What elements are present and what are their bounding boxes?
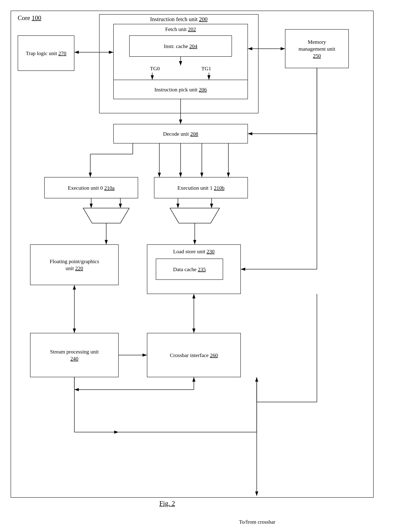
fig-label: Fig. 2 bbox=[159, 500, 175, 507]
trap-text: Trap logic unit bbox=[26, 50, 58, 56]
ls-num: 230 bbox=[207, 248, 215, 254]
tg1-label: TG1 bbox=[201, 65, 211, 71]
stream-label: Stream processing unit 240 bbox=[50, 348, 99, 362]
core-text: Core bbox=[18, 14, 32, 21]
exec0-label: Execution unit 0 210a bbox=[68, 184, 114, 191]
crossbar-num: 260 bbox=[210, 352, 218, 358]
tg-labels: TG0 TG1 bbox=[129, 65, 232, 71]
pick-num: 206 bbox=[199, 87, 207, 92]
instr-cache-num: 204 bbox=[189, 43, 197, 49]
crossbar-label: Crossbar interface 260 bbox=[170, 352, 218, 359]
tg0-label: TG0 bbox=[150, 65, 160, 71]
decode-label: Decode unit 208 bbox=[163, 130, 198, 137]
exec0-box: Execution unit 0 210a bbox=[44, 177, 138, 198]
stream-text1: Stream processing unit bbox=[50, 349, 99, 355]
data-cache-text: Data cache bbox=[173, 266, 198, 272]
exec1-box: Execution unit 1 210b bbox=[154, 177, 248, 198]
fp-label: Floating point/graphics unit 220 bbox=[50, 258, 99, 272]
core-label: Core 100 bbox=[18, 14, 41, 22]
pick-unit-label: Instruction pick unit 206 bbox=[154, 86, 207, 93]
fp-unit-box: Floating point/graphics unit 220 bbox=[30, 244, 119, 285]
fetch-label-text: Fetch unit bbox=[165, 26, 188, 32]
data-cache-label: Data cache 235 bbox=[173, 266, 206, 273]
ls-label: Load store unit 230 bbox=[147, 248, 240, 255]
instr-cache-box: Instr. cache 204 bbox=[129, 35, 232, 57]
mmu-num: 250 bbox=[313, 53, 321, 59]
mmu-unit-box: Memory management unit 250 bbox=[285, 29, 349, 68]
core-number: 100 bbox=[32, 14, 41, 21]
trap-unit-box: Trap logic unit 270 bbox=[18, 35, 74, 71]
mmu-text2: management unit bbox=[299, 46, 335, 52]
data-cache-num: 235 bbox=[198, 266, 206, 272]
fig-label-text: Fig. 2 bbox=[159, 500, 175, 507]
page: Core 100 Instruction fetch unit 200 Fetc… bbox=[0, 0, 401, 532]
stream-num: 240 bbox=[70, 356, 78, 361]
ifu-label-num: 200 bbox=[199, 16, 207, 22]
fp-num: 220 bbox=[75, 265, 83, 271]
exec1-num: 210b bbox=[214, 185, 225, 191]
fp-text1: Floating point/graphics bbox=[50, 258, 99, 264]
decode-text: Decode unit bbox=[163, 131, 190, 137]
crossbar-ext-text: To/from crossbar bbox=[239, 519, 275, 525]
crossbar-ext-label: To/from crossbar bbox=[239, 519, 275, 525]
ifu-title: Instruction fetch unit 200 bbox=[99, 16, 258, 23]
mmu-text1: Memory bbox=[308, 39, 326, 45]
fp-text2: unit bbox=[65, 265, 75, 271]
trap-num: 270 bbox=[58, 50, 66, 56]
exec1-text: Execution unit 1 bbox=[177, 185, 214, 191]
stream-unit-box: Stream processing unit 240 bbox=[30, 333, 119, 377]
instr-cache-text: Instr. cache bbox=[164, 43, 189, 49]
mmu-label: Memory management unit 250 bbox=[299, 38, 335, 59]
crossbar-unit-box: Crossbar interface 260 bbox=[147, 333, 241, 377]
exec0-text: Execution unit 0 bbox=[68, 185, 104, 191]
ifu-label-text: Instruction fetch unit bbox=[150, 16, 199, 22]
exec1-label: Execution unit 1 210b bbox=[177, 184, 225, 191]
instr-cache-label: Instr. cache 204 bbox=[164, 43, 197, 50]
decode-unit-box: Decode unit 208 bbox=[113, 124, 248, 143]
data-cache-box: Data cache 235 bbox=[156, 259, 223, 280]
trap-label: Trap logic unit 270 bbox=[26, 50, 66, 57]
fetch-title: Fetch unit 202 bbox=[113, 26, 248, 32]
decode-num: 208 bbox=[190, 131, 198, 137]
pick-unit-box: Instruction pick unit 206 bbox=[113, 80, 248, 99]
crossbar-text: Crossbar interface bbox=[170, 352, 210, 358]
pick-text: Instruction pick unit bbox=[154, 87, 199, 92]
ls-text: Load store unit bbox=[173, 248, 207, 254]
exec0-num: 210a bbox=[104, 185, 114, 191]
fetch-label-num: 202 bbox=[188, 26, 196, 32]
